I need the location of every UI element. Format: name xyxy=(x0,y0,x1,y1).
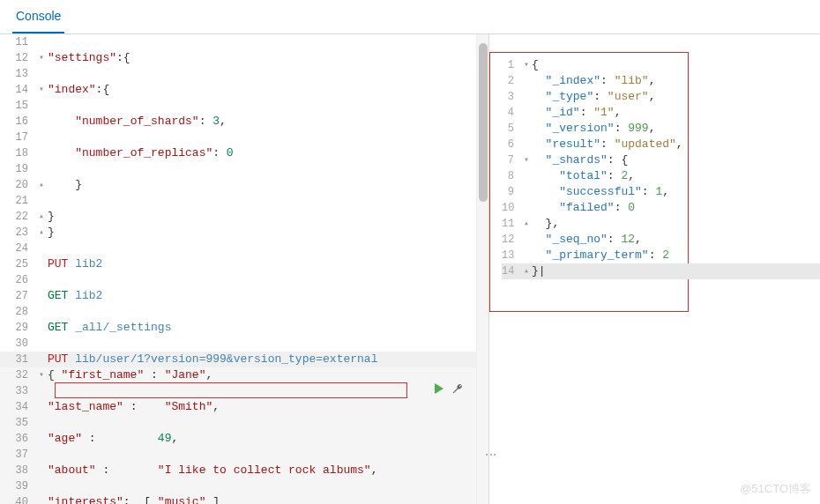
request-editor-panel: 1112▾"settings":{1314▾"index":{1516 "num… xyxy=(0,34,489,504)
fold-toggle-icon xyxy=(521,232,532,248)
response-panel: 1▾{2 "_index": "lib",3 "_type": "user",4… xyxy=(489,34,820,504)
code-line[interactable]: 2 "_index": "lib", xyxy=(502,73,820,89)
code-line[interactable]: 3 "_type": "user", xyxy=(502,89,820,105)
fold-toggle-icon[interactable]: ▴ xyxy=(35,225,48,241)
fold-toggle-icon[interactable]: ▾ xyxy=(521,152,532,168)
code-line[interactable]: 7▾ "_shards": { xyxy=(502,152,820,168)
code-content: { xyxy=(532,57,820,73)
code-line[interactable]: 36"age" : 49, xyxy=(0,431,488,447)
fold-toggle-icon xyxy=(35,383,48,399)
tab-bar: Console xyxy=(0,0,820,34)
code-line[interactable]: 1▾{ xyxy=(502,57,820,73)
fold-toggle-icon[interactable]: ▾ xyxy=(35,367,48,383)
code-line[interactable]: 31PUT lib/user/1?version=999&version_typ… xyxy=(0,352,488,367)
line-number: 23 xyxy=(0,225,35,241)
code-line[interactable]: 34"last_name" : "Smith", xyxy=(0,399,488,415)
fold-toggle-icon[interactable]: ▴ xyxy=(35,209,48,225)
code-line[interactable]: 13 "_primary_term": 2 xyxy=(502,248,820,263)
code-line[interactable]: 12 "_seq_no": 12, xyxy=(502,232,820,248)
code-content: "_primary_term": 2 xyxy=(532,248,820,263)
code-line[interactable]: 21 xyxy=(0,193,488,209)
fold-toggle-icon xyxy=(35,304,48,320)
line-number: 4 xyxy=(502,105,521,121)
fold-toggle-icon[interactable]: ▾ xyxy=(521,57,532,73)
code-content: }, xyxy=(532,216,820,232)
scrollbar-thumb[interactable] xyxy=(479,43,488,202)
code-content: "successful": 1, xyxy=(532,184,820,200)
code-content xyxy=(48,193,488,209)
code-content: GET _all/_settings xyxy=(48,320,488,336)
code-content: "failed": 0 xyxy=(532,200,820,216)
code-line[interactable]: 5 "_version": 999, xyxy=(502,121,820,137)
code-line[interactable]: 12▾"settings":{ xyxy=(0,50,488,66)
fold-toggle-icon[interactable]: ▴ xyxy=(521,263,532,279)
fold-toggle-icon xyxy=(521,73,532,89)
code-line[interactable]: 13 xyxy=(0,66,488,82)
request-editor[interactable]: 1112▾"settings":{1314▾"index":{1516 "num… xyxy=(0,34,488,504)
fold-toggle-icon xyxy=(521,184,532,200)
code-line[interactable]: 11▴ }, xyxy=(502,216,820,232)
code-content xyxy=(48,383,488,399)
code-line[interactable]: 14▴}| xyxy=(502,263,820,279)
fold-toggle-icon xyxy=(35,145,48,161)
code-content: "index":{ xyxy=(48,82,488,98)
code-line[interactable]: 9 "successful": 1, xyxy=(502,184,820,200)
fold-toggle-icon[interactable]: ▴ xyxy=(521,216,532,232)
code-line[interactable]: 15 xyxy=(0,98,488,114)
code-line[interactable]: 28 xyxy=(0,304,488,320)
request-options-icon[interactable] xyxy=(451,382,464,398)
editor-scrollbar[interactable] xyxy=(476,34,488,504)
code-line[interactable]: 37 xyxy=(0,447,488,463)
fold-toggle-icon[interactable]: ▴ xyxy=(35,177,48,193)
fold-toggle-icon xyxy=(35,130,48,145)
code-line[interactable]: 30 xyxy=(0,336,488,352)
line-number: 40 xyxy=(0,494,35,504)
fold-toggle-icon xyxy=(35,193,48,209)
code-line[interactable]: 18 "number_of_replicas": 0 xyxy=(0,145,488,161)
code-line[interactable]: 40"interests": [ "music" ] xyxy=(0,494,488,504)
code-line[interactable]: 23▴} xyxy=(0,225,488,241)
code-line[interactable]: 4 "_id": "1", xyxy=(502,105,820,121)
code-line[interactable]: 17 xyxy=(0,130,488,145)
code-content: { "first_name" : "Jane", xyxy=(48,367,488,383)
code-content: GET lib2 xyxy=(48,288,488,304)
fold-toggle-icon xyxy=(521,105,532,121)
fold-toggle-icon xyxy=(35,114,48,130)
code-line[interactable]: 27GET lib2 xyxy=(0,288,488,304)
code-line[interactable]: 8 "total": 2, xyxy=(502,168,820,184)
code-line[interactable]: 20▴ } xyxy=(0,177,488,193)
code-content: "_version": 999, xyxy=(532,121,820,137)
code-line[interactable]: 14▾"index":{ xyxy=(0,82,488,98)
fold-toggle-icon xyxy=(521,200,532,216)
code-content: } xyxy=(48,225,488,241)
line-number: 12 xyxy=(502,232,521,248)
code-line[interactable]: 16 "number_of_shards": 3, xyxy=(0,114,488,130)
code-line[interactable]: 29GET _all/_settings xyxy=(0,320,488,336)
code-line[interactable]: 25PUT lib2 xyxy=(0,256,488,272)
code-line[interactable]: 19 xyxy=(0,161,488,177)
code-line[interactable]: 35 xyxy=(0,415,488,431)
code-line[interactable]: 26 xyxy=(0,272,488,288)
line-number: 36 xyxy=(0,431,35,447)
response-viewer[interactable]: 1▾{2 "_index": "lib",3 "_type": "user",4… xyxy=(502,57,820,279)
fold-toggle-icon[interactable]: ▾ xyxy=(35,50,48,66)
code-line[interactable]: 24 xyxy=(0,241,488,256)
code-content: PUT lib/user/1?version=999&version_type=… xyxy=(48,352,488,367)
code-line[interactable]: 6 "result": "updated", xyxy=(502,137,820,152)
fold-toggle-icon[interactable]: ▾ xyxy=(35,82,48,98)
line-number: 24 xyxy=(0,241,35,256)
fold-toggle-icon xyxy=(35,66,48,82)
code-line[interactable]: 10 "failed": 0 xyxy=(502,200,820,216)
code-line[interactable]: 38"about" : "I like to collect rock albu… xyxy=(0,463,488,478)
code-line[interactable]: 32▾{ "first_name" : "Jane", xyxy=(0,367,488,383)
code-line[interactable]: 33 xyxy=(0,383,488,399)
code-line[interactable]: 39 xyxy=(0,478,488,494)
tab-console[interactable]: Console xyxy=(12,0,64,33)
fold-toggle-icon xyxy=(521,89,532,105)
line-number: 12 xyxy=(0,50,35,66)
run-request-icon[interactable] xyxy=(432,382,446,399)
line-number: 20 xyxy=(0,177,35,193)
code-content: PUT lib2 xyxy=(48,256,488,272)
code-line[interactable]: 22▴} xyxy=(0,209,488,225)
code-line[interactable]: 11 xyxy=(0,34,488,50)
